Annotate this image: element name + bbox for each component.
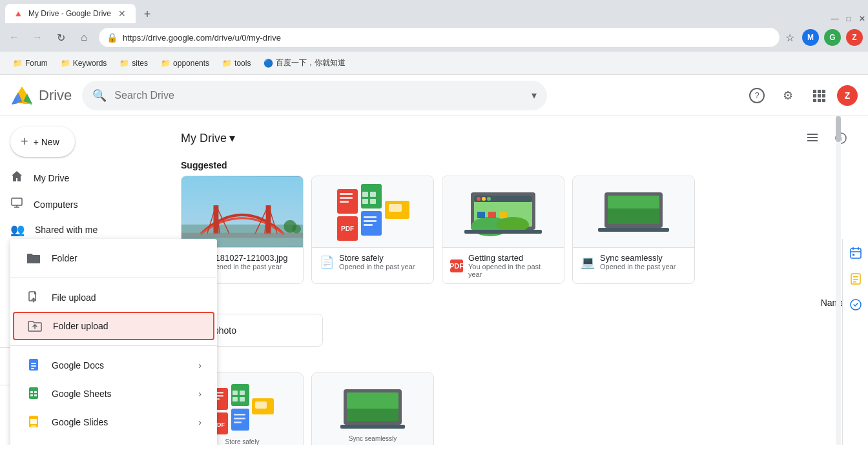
- toolbar-right: i: [801, 127, 852, 150]
- tasks-icon-btn[interactable]: [847, 296, 865, 314]
- file-card-store[interactable]: PDF 📄: [311, 176, 434, 284]
- close-button[interactable]: ✕: [859, 14, 865, 23]
- menu-item-folder-upload[interactable]: Folder upload: [13, 312, 214, 340]
- bookmark-baidu[interactable]: 🔵 百度一下，你就知道: [258, 55, 351, 71]
- bookmark-tools[interactable]: 📁 tools: [217, 56, 256, 70]
- svg-rect-52: [389, 204, 402, 212]
- help-button[interactable]: ?: [744, 83, 770, 108]
- menu-item-google-slides[interactable]: Google Slides ›: [10, 408, 217, 436]
- menu-label-file-upload: File upload: [52, 292, 202, 303]
- folder-icon-svg: [26, 252, 41, 265]
- info-button[interactable]: i: [829, 127, 852, 150]
- list-view-icon: [806, 132, 819, 145]
- svg-rect-111: [30, 394, 33, 396]
- apps-grid-button[interactable]: [806, 83, 832, 108]
- tab-close-button[interactable]: ✕: [116, 8, 128, 19]
- svg-text:PDF: PDF: [341, 225, 354, 232]
- menu-label-folder-upload: Folder upload: [53, 321, 200, 331]
- search-input[interactable]: [114, 90, 524, 101]
- computers-icon: [10, 196, 23, 212]
- bookmark-sites[interactable]: 📁 sites: [114, 56, 153, 70]
- file-date-sync: Opened in the past year: [600, 263, 687, 270]
- svg-rect-6: [818, 90, 821, 93]
- active-tab[interactable]: 🔺 My Drive - Google Drive ✕: [5, 4, 136, 23]
- settings-button[interactable]: ⚙: [775, 83, 801, 108]
- home-button[interactable]: ⌂: [75, 28, 93, 46]
- file-info-getting-started: PDF Getting started You opened in the pa…: [442, 247, 564, 283]
- file-date-bridge: Opened in the past year: [206, 263, 295, 270]
- file-small-card-sync[interactable]: Sync seamlessly Get files from your Mac …: [311, 372, 434, 445]
- calendar-icon-btn[interactable]: [847, 244, 865, 262]
- sync-file-icon: 💻: [581, 255, 595, 269]
- menu-label-folder: Folder: [52, 253, 202, 263]
- profile-icon-z[interactable]: Z: [846, 29, 863, 46]
- svg-rect-107: [31, 368, 34, 369]
- user-avatar[interactable]: Z: [837, 85, 858, 106]
- my-drive-icon: [10, 170, 23, 186]
- file-card-getting-started[interactable]: PDF Getting started You opened in the pa…: [442, 176, 564, 284]
- svg-rect-42: [370, 192, 376, 197]
- bookmark-keywords[interactable]: 📁 Keywords: [56, 56, 112, 70]
- svg-rect-69: [608, 209, 659, 224]
- svg-rect-77: [240, 391, 245, 395]
- file-date-store: Opened in the past year: [339, 263, 426, 270]
- menu-item-more[interactable]: More ›: [10, 436, 217, 445]
- scrollbar-track: [836, 116, 841, 445]
- apps-grid-icon: [812, 89, 825, 102]
- pdf-file-icon: 📄: [320, 255, 334, 269]
- url-bar[interactable]: 🔒 https://drive.google.com/drive/u/0/my-…: [98, 27, 780, 48]
- toolbar-left: My Drive ▾: [181, 131, 235, 145]
- bookmark-star-icon[interactable]: ☆: [785, 32, 794, 44]
- svg-rect-78: [232, 397, 238, 402]
- folder-menu-icon: [26, 250, 41, 266]
- menu-divider-1: [10, 278, 217, 278]
- sidebar-item-computers[interactable]: Computers: [0, 191, 155, 218]
- svg-rect-108: [29, 387, 38, 399]
- bookmark-folder-icon: 📁: [222, 59, 232, 68]
- google-docs-arrow-icon: ›: [198, 360, 202, 371]
- svg-rect-38: [340, 197, 353, 199]
- scrollbar-thumb[interactable]: [836, 116, 841, 142]
- menu-item-google-docs[interactable]: Google Docs ›: [10, 351, 217, 380]
- new-tab-button[interactable]: +: [138, 5, 156, 23]
- breadcrumb[interactable]: My Drive ▾: [181, 131, 235, 145]
- new-button[interactable]: + + New: [10, 127, 75, 157]
- main-layout: + + New My Drive Computers: [0, 116, 868, 445]
- bookmark-opponents[interactable]: 📁 opponents: [156, 56, 214, 70]
- svg-text:Sync seamlessly: Sync seamlessly: [349, 435, 397, 442]
- list-view-button[interactable]: [801, 127, 824, 150]
- maximize-button[interactable]: □: [847, 14, 851, 23]
- svg-rect-50: [364, 224, 373, 226]
- svg-rect-14: [12, 198, 22, 205]
- menu-item-google-sheets[interactable]: Google Sheets ›: [10, 380, 217, 408]
- sidebar-item-my-drive[interactable]: My Drive: [0, 165, 155, 191]
- profile-icon-m[interactable]: M: [802, 29, 819, 46]
- back-button[interactable]: ←: [5, 28, 23, 46]
- notes-icon-btn[interactable]: [847, 270, 865, 288]
- google-slides-svg: [26, 415, 41, 429]
- menu-item-file-upload[interactable]: File upload: [10, 283, 217, 312]
- search-dropdown-icon[interactable]: ▾: [532, 89, 537, 101]
- file-thumb-sync: [573, 176, 694, 247]
- file-card-sync[interactable]: 💻 Sync seamlessly Opened in the past yea…: [572, 176, 695, 284]
- google-docs-svg: [26, 358, 41, 372]
- reload-button[interactable]: ↻: [52, 28, 70, 46]
- file-meta-getting-started: Getting started You opened in the past y…: [468, 253, 556, 278]
- svg-rect-110: [34, 391, 37, 393]
- svg-rect-82: [231, 409, 249, 431]
- breadcrumb-text: My Drive: [181, 132, 227, 145]
- svg-point-59: [477, 197, 480, 201]
- sort-label: Name: [821, 298, 845, 308]
- file-thumb-store: PDF: [312, 176, 433, 247]
- bookmark-forum[interactable]: 📁 Forum: [8, 56, 53, 70]
- bookmark-label: sites: [132, 59, 148, 68]
- bookmark-baidu-icon: 🔵: [264, 59, 273, 68]
- profile-icon-g[interactable]: G: [824, 29, 841, 46]
- svg-rect-33: [181, 233, 303, 238]
- menu-item-folder[interactable]: Folder: [10, 244, 217, 272]
- tab-favicon: 🔺: [13, 9, 23, 19]
- bookmark-folder-icon: 📁: [13, 59, 23, 68]
- forward-button[interactable]: →: [28, 28, 46, 46]
- file-info-sync: 💻 Sync seamlessly Opened in the past yea…: [573, 247, 694, 276]
- minimize-button[interactable]: —: [831, 14, 839, 23]
